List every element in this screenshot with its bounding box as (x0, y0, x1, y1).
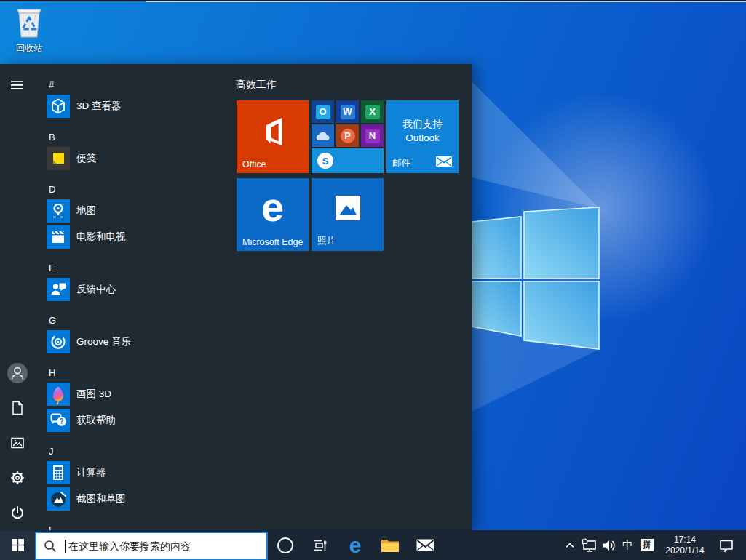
powerpoint-icon: P (341, 129, 355, 143)
get-help-icon: ? (47, 409, 70, 432)
clock-date: 2020/1/14 (665, 545, 704, 556)
recycle-bin-icon (14, 4, 44, 39)
onedrive-cloud-icon (315, 131, 331, 141)
excel-icon: X (365, 105, 380, 119)
power-button[interactable] (0, 495, 35, 530)
word-icon: W (341, 105, 355, 119)
taskbar: e (0, 530, 746, 560)
app-item-get-help[interactable]: ? 获取帮助 (35, 407, 233, 433)
documents-button[interactable] (0, 391, 35, 425)
app-label: 电影和电视 (76, 231, 126, 244)
section-header[interactable]: F (35, 259, 233, 276)
section-header[interactable]: D (35, 180, 233, 198)
network-icon (582, 538, 598, 553)
mini-tile-outlook[interactable]: O (312, 100, 334, 123)
user-account-button[interactable] (0, 356, 35, 391)
tile-label: 照片 (317, 235, 336, 247)
app-item-paint-3d[interactable]: 画图 3D (35, 381, 233, 407)
app-item-movies-tv[interactable]: 电影和电视 (35, 224, 233, 250)
tile-group-title[interactable]: 高效工作 (236, 79, 277, 92)
app-item-maps[interactable]: 地图 (35, 198, 233, 224)
mail-envelope-icon (436, 156, 452, 167)
ime-mode-badge: 拼 (641, 539, 654, 551)
tile-label: Office (242, 159, 266, 169)
tile-mail[interactable]: 我们支持 Outlook 邮件 (386, 100, 459, 173)
section-header[interactable]: J (35, 442, 233, 460)
mail-tile-promo: 我们支持 Outlook (386, 117, 459, 145)
task-view-button[interactable] (303, 530, 338, 560)
taskbar-clock[interactable]: 17:14 2020/1/14 (657, 530, 713, 560)
app-label: 3D 查看器 (76, 100, 122, 113)
system-tray: 中 拼 17:14 2020/1/14 (560, 530, 746, 560)
maps-icon (47, 199, 70, 223)
onenote-icon: N (365, 129, 380, 143)
start-menu-app-list: # 3D 查看器 B 便笺 D 地图 (35, 64, 233, 530)
start-menu-rail (0, 64, 35, 530)
search-input[interactable] (68, 533, 258, 559)
hamburger-menu-icon (10, 79, 25, 91)
app-label: 画图 3D (76, 388, 111, 401)
app-item-sticky-notes[interactable]: 便笺 (35, 145, 233, 172)
action-center-button[interactable] (713, 530, 740, 560)
section-header[interactable]: G (35, 311, 233, 329)
edge-logo-icon: e (237, 184, 309, 231)
mini-tile-onenote[interactable]: N (361, 124, 384, 147)
section-header[interactable]: B (35, 128, 233, 145)
sticky-notes-icon (47, 147, 70, 170)
pictures-icon (10, 436, 25, 450)
volume-status[interactable] (599, 530, 619, 560)
documents-icon (10, 401, 25, 415)
recycle-bin-desktop-icon[interactable]: 回收站 (9, 4, 49, 55)
app-item-snip-sketch[interactable]: 截图和草图 (35, 486, 233, 512)
clock-time: 17:14 (674, 535, 696, 545)
movies-tv-icon (47, 225, 70, 249)
expand-menu-button[interactable] (0, 68, 35, 103)
tile-office[interactable]: Office (237, 100, 309, 173)
ime-mode-indicator[interactable]: 拼 (637, 530, 657, 560)
action-center-icon (718, 538, 734, 553)
tile-microsoft-edge[interactable]: e Microsoft Edge (237, 178, 309, 251)
tile-office-apps-group[interactable]: O W X P N S (312, 100, 384, 173)
tile-photos[interactable]: 照片 (312, 178, 384, 251)
feedback-hub-icon (47, 278, 70, 301)
mini-tile-excel[interactable]: X (361, 100, 384, 123)
photos-icon (334, 194, 362, 222)
windows-start-icon (12, 539, 24, 551)
mini-tile-powerpoint[interactable]: P (336, 124, 359, 147)
edge-browser-button[interactable]: e (338, 530, 373, 560)
mail-app-button[interactable] (408, 530, 443, 560)
app-item-feedback-hub[interactable]: 反馈中心 (35, 276, 233, 303)
skype-icon: S (317, 153, 333, 169)
app-label: 获取帮助 (76, 414, 116, 427)
tray-expand-button[interactable] (560, 530, 579, 560)
app-label: 截图和草图 (76, 492, 126, 505)
user-avatar-icon (7, 362, 28, 384)
mini-tile-word[interactable]: W (336, 100, 359, 123)
app-item-groove-music[interactable]: Groove 音乐 (35, 329, 233, 355)
app-label: 便笺 (76, 152, 96, 165)
app-item-calculator[interactable]: 计算器 (35, 460, 233, 486)
power-icon (10, 505, 25, 520)
section-header[interactable]: H (35, 364, 233, 381)
taskbar-search-box[interactable] (35, 532, 268, 560)
cortana-button[interactable] (268, 530, 303, 560)
network-status[interactable] (579, 530, 599, 560)
start-button[interactable] (0, 530, 35, 560)
app-item-3d-viewer[interactable]: 3D 查看器 (35, 93, 233, 119)
mini-tile-skype[interactable]: S (312, 148, 384, 173)
file-explorer-button[interactable] (373, 530, 408, 560)
app-label: 计算器 (76, 466, 106, 479)
pictures-button[interactable] (0, 425, 35, 460)
section-header[interactable]: # (35, 76, 233, 93)
edge-browser-icon: e (349, 535, 362, 556)
cortana-icon (277, 537, 294, 554)
app-label: 地图 (76, 204, 96, 217)
ime-language-indicator[interactable]: 中 (619, 530, 637, 560)
groove-music-icon (47, 330, 70, 353)
section-header-partial[interactable]: L (35, 521, 233, 530)
calculator-icon (47, 461, 70, 484)
tray-expand-chevron-icon (564, 540, 576, 551)
app-label: 反馈中心 (76, 283, 116, 296)
mini-tile-onedrive[interactable] (312, 124, 334, 147)
settings-button[interactable] (0, 460, 35, 495)
